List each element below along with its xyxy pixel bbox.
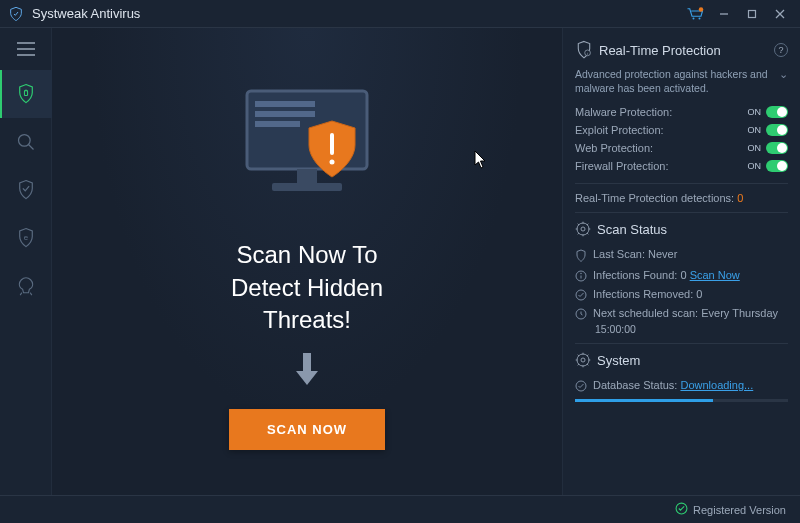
- svg-rect-4: [749, 10, 756, 17]
- app-logo-icon: [8, 6, 24, 22]
- status-bar: Registered Version: [0, 495, 800, 523]
- svg-text:i: i: [587, 51, 588, 56]
- sidebar-item-scan[interactable]: [0, 118, 52, 166]
- toggle-web: Web Protection: ON: [575, 139, 788, 157]
- svg-point-0: [693, 17, 695, 19]
- rtp-title: Real-Time Protection: [599, 43, 721, 58]
- next-scan-time: 15:00:00: [575, 323, 788, 335]
- divider: [575, 343, 788, 344]
- toggle-exploit: Exploit Protection: ON: [575, 121, 788, 139]
- svg-point-33: [581, 358, 585, 362]
- headline-line2: Detect Hidden: [231, 272, 383, 304]
- scan-now-link[interactable]: Scan Now: [690, 269, 740, 281]
- title-bar: Systweak Antivirus: [0, 0, 800, 28]
- shield-info-icon: i: [575, 40, 593, 60]
- system-header: System: [575, 352, 788, 368]
- database-status-value[interactable]: Downloading...: [680, 379, 753, 391]
- check-circle-icon: [575, 289, 587, 301]
- svg-rect-17: [255, 121, 300, 127]
- next-scan-row: Next scheduled scan: Every Thursday: [575, 304, 788, 323]
- svg-rect-16: [255, 111, 315, 117]
- infections-found-label: Infections Found:: [593, 269, 677, 281]
- divider: [575, 183, 788, 184]
- next-scan-label: Next scheduled scan:: [593, 307, 698, 319]
- sidebar-item-boost[interactable]: [0, 262, 52, 310]
- toggle-state: ON: [748, 125, 762, 135]
- toggle-switch[interactable]: [766, 160, 788, 172]
- toggle-state: ON: [748, 161, 762, 171]
- rtp-detections-label: Real-Time Protection detections:: [575, 192, 734, 204]
- svg-point-11: [18, 135, 30, 147]
- rtp-detections-count: 0: [737, 192, 743, 204]
- shield-check-icon: [575, 249, 587, 263]
- infections-removed-label: Infections Removed:: [593, 288, 693, 300]
- toggle-switch[interactable]: [766, 142, 788, 154]
- sidebar-item-web[interactable]: e: [0, 214, 52, 262]
- check-icon: [675, 502, 688, 517]
- last-scan-row: Last Scan: Never: [575, 245, 788, 266]
- toggle-switch[interactable]: [766, 106, 788, 118]
- scanstatus-title: Scan Status: [597, 222, 667, 237]
- rtp-detections: Real-Time Protection detections: 0: [575, 192, 788, 204]
- right-panel: i Real-Time Protection ? Advanced protec…: [562, 28, 800, 495]
- toggle-label: Web Protection:: [575, 142, 653, 154]
- menu-toggle-button[interactable]: [0, 28, 52, 70]
- download-progress: [575, 399, 788, 402]
- scanstatus-list: Last Scan: Never Infections Found: 0 Sca…: [575, 245, 788, 335]
- toggle-firewall: Firewall Protection: ON: [575, 157, 788, 175]
- divider: [575, 212, 788, 213]
- scanstatus-header: Scan Status: [575, 221, 788, 237]
- sidebar-item-home[interactable]: [0, 70, 52, 118]
- toggle-switch[interactable]: [766, 124, 788, 136]
- rtp-description-row: Advanced protection against hackers and …: [575, 68, 788, 95]
- svg-text:e: e: [23, 233, 28, 242]
- svg-point-1: [699, 17, 701, 19]
- headline-line3: Threats!: [231, 304, 383, 336]
- svg-rect-19: [272, 183, 342, 191]
- gear-icon: [575, 352, 591, 368]
- toggle-state: ON: [748, 107, 762, 117]
- infections-found-row: Infections Found: 0 Scan Now: [575, 266, 788, 285]
- rtp-header: i Real-Time Protection ?: [575, 40, 788, 60]
- chevron-down-icon[interactable]: ⌄: [779, 68, 788, 82]
- check-circle-icon: [575, 380, 587, 392]
- info-icon: [575, 270, 587, 282]
- maximize-button[interactable]: [740, 4, 764, 24]
- clock-icon: [575, 308, 587, 320]
- app-title: Systweak Antivirus: [32, 6, 686, 21]
- database-status-label: Database Status:: [593, 379, 677, 391]
- svg-rect-22: [303, 353, 311, 371]
- svg-rect-18: [297, 169, 317, 183]
- infections-found-value: 0: [680, 269, 686, 281]
- scan-now-button[interactable]: SCAN NOW: [229, 409, 385, 450]
- arrow-down-icon: [292, 351, 322, 391]
- cart-icon[interactable]: [686, 7, 704, 21]
- last-scan-label: Last Scan:: [593, 248, 645, 260]
- toggle-state: ON: [748, 143, 762, 153]
- monitor-illustration: [227, 83, 387, 217]
- toggle-label: Firewall Protection:: [575, 160, 669, 172]
- sidebar: e: [0, 28, 52, 495]
- svg-rect-15: [255, 101, 315, 107]
- headline-line1: Scan Now To: [231, 239, 383, 271]
- svg-point-21: [330, 160, 335, 165]
- window-controls: [712, 4, 792, 24]
- close-button[interactable]: [768, 4, 792, 24]
- infections-removed-row: Infections Removed: 0: [575, 285, 788, 304]
- minimize-button[interactable]: [712, 4, 736, 24]
- svg-line-12: [28, 145, 33, 150]
- database-status-row: Database Status: Downloading...: [575, 376, 788, 395]
- rtp-description: Advanced protection against hackers and …: [575, 68, 775, 95]
- sidebar-item-protection[interactable]: [0, 166, 52, 214]
- svg-point-2: [699, 7, 704, 12]
- gear-icon: [575, 221, 591, 237]
- toggle-label: Exploit Protection:: [575, 124, 664, 136]
- infections-removed-value: 0: [696, 288, 702, 300]
- registered-label: Registered Version: [693, 504, 786, 516]
- help-icon[interactable]: ?: [774, 43, 788, 57]
- headline: Scan Now To Detect Hidden Threats!: [231, 239, 383, 336]
- system-title: System: [597, 353, 640, 368]
- toggle-label: Malware Protection:: [575, 106, 672, 118]
- next-scan-value: Every Thursday: [701, 307, 778, 319]
- main-panel: Scan Now To Detect Hidden Threats! SCAN …: [52, 28, 562, 495]
